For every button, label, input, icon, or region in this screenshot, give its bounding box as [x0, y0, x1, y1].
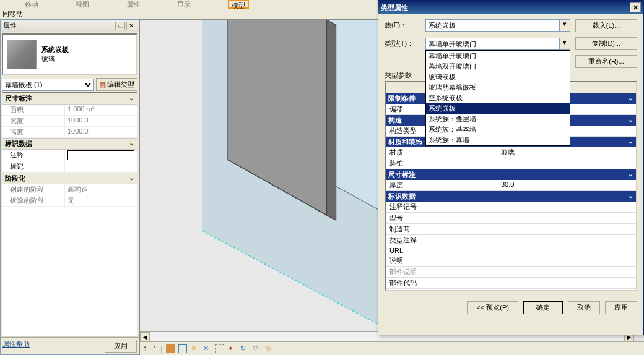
menu-item[interactable]: 显示 [177, 0, 191, 9]
dropdown-option[interactable]: 系统族：幕墙 [426, 135, 570, 145]
toolbar-sep: | [160, 345, 162, 353]
crop2-icon[interactable]: ✦ [228, 344, 237, 353]
refresh-icon[interactable]: ↻ [240, 344, 249, 353]
svg-marker-8 [327, 20, 336, 220]
type-dropdown-list[interactable]: 幕墙单开玻璃门幕墙双开玻璃门玻璃嵌板玻璃肋幕墙嵌板空系统嵌板系统嵌板系统族：叠层… [425, 50, 570, 146]
collapse-icon: ⌄ [628, 137, 633, 147]
pin-icon[interactable]: ▭ [115, 22, 125, 30]
menu-item-active[interactable]: 模型 [228, 0, 249, 9]
cat-identity[interactable]: 标识数据⌄ [386, 191, 636, 202]
edit-type-button[interactable]: ▦编辑类型 [96, 78, 137, 91]
dropdown-option[interactable]: 系统族：基本墙 [426, 124, 570, 135]
chevron-down-icon: ▾ [559, 20, 570, 31]
collapse-icon: ⌄ [628, 170, 633, 179]
cat-dim[interactable]: 尺寸标注⌄ [386, 169, 636, 180]
collapse-icon: ⌄ [129, 94, 134, 103]
dropdown-option[interactable]: 系统嵌板 [426, 103, 570, 114]
section-phase[interactable]: 阶段化⌄ [2, 173, 137, 184]
dialog-title-bar[interactable]: 类型属性 ✕ [378, 1, 643, 14]
dropdown-option[interactable]: 幕墙单开玻璃门 [426, 51, 570, 61]
collapse-icon: ⌄ [628, 116, 633, 125]
target-icon[interactable]: ◎ [265, 344, 274, 353]
box-icon[interactable] [178, 344, 187, 353]
apply-button[interactable]: 应用 [105, 340, 137, 353]
section-id[interactable]: 标识数据⌄ [2, 138, 137, 150]
ok-button[interactable]: 确定 [523, 301, 563, 314]
type-label: 类型(T)： [385, 38, 422, 48]
collapse-icon: ⌄ [628, 94, 633, 103]
instance-selector[interactable]: 幕墙嵌板 (1) [2, 79, 94, 91]
close-icon[interactable]: ✕ [630, 2, 641, 12]
collapse-icon: ⌄ [628, 192, 633, 201]
dropdown-option[interactable]: 玻璃肋幕墙嵌板 [426, 82, 570, 93]
crop-icon[interactable] [215, 344, 224, 353]
properties-title-bar: 属性 ▭ ✕ [1, 20, 139, 32]
collapse-icon: ⌄ [129, 174, 134, 183]
close-icon[interactable]: ✕ [126, 22, 136, 30]
view-toolbar: 1 : 1 | ☀ ✕ ✦ ↻ ▽ ◎ [140, 341, 644, 355]
dialog-title: 类型属性 [381, 3, 408, 12]
collapse-icon: ⌄ [129, 139, 134, 148]
rename-button[interactable]: 重命名(R)... [575, 55, 637, 68]
cancel-button[interactable]: 取消 [568, 301, 600, 314]
load-button[interactable]: 载入(L)... [575, 19, 637, 32]
family-label: 族(F)： [385, 19, 422, 30]
chevron-down-icon: ▾ [559, 38, 570, 49]
properties-title: 属性 [3, 21, 17, 30]
dropdown-option[interactable]: 幕墙双开玻璃门 [426, 61, 570, 72]
edit-type-icon: ▦ [99, 80, 106, 89]
sun-icon[interactable]: ☀ [191, 344, 199, 353]
type-preview[interactable]: 系统嵌板 玻璃 [2, 33, 137, 75]
family-name: 系统嵌板 [41, 45, 69, 54]
cube-icon[interactable] [166, 344, 175, 353]
dropdown-option[interactable]: 系统族：叠层墙 [426, 114, 570, 124]
type-dropdown[interactable]: 幕墙单开玻璃门▾ 幕墙单开玻璃门幕墙双开玻璃门玻璃嵌板玻璃肋幕墙嵌板空系统嵌板系… [425, 38, 570, 50]
menu-item[interactable]: 视图 [76, 0, 89, 9]
scale-display[interactable]: 1 : 1 [144, 345, 157, 353]
family-dropdown[interactable]: 系统嵌板▾ [425, 19, 570, 32]
dropdown-option[interactable]: 空系统嵌板 [426, 93, 570, 103]
apply-button[interactable]: 应用 [605, 301, 637, 314]
scroll-left-icon[interactable]: ◄ [140, 332, 150, 341]
type-name: 玻璃 [41, 54, 69, 64]
duplicate-button[interactable]: 复制(D)... [575, 37, 637, 50]
comment-input[interactable] [67, 150, 134, 160]
menu-item[interactable]: 属性 [126, 0, 140, 9]
section-dim[interactable]: 尺寸标注⌄ [2, 93, 137, 105]
thumbnail-icon [7, 40, 37, 69]
properties-grid: 尺寸标注⌄ 面积1.000 m² 宽度1000.0 高度1000.0 标识数据⌄… [2, 92, 137, 337]
properties-panel: 属性 ▭ ✕ 系统嵌板 玻璃 幕墙嵌板 (1) ▦编辑类型 尺寸标注⌄ 面积1.… [0, 19, 139, 355]
filter-icon[interactable]: ▽ [253, 344, 261, 353]
help-link[interactable]: 属性帮助 [2, 340, 30, 353]
dropdown-option[interactable]: 玻璃嵌板 [426, 72, 570, 82]
shadow-icon[interactable]: ✕ [203, 344, 212, 353]
type-properties-dialog: 类型属性 ✕ 族(F)： 系统嵌板▾ 类型(T)： 幕墙单开玻璃门▾ 幕墙单开玻… [378, 0, 644, 335]
preview-button[interactable]: << 预览(P) [467, 301, 518, 314]
menu-item[interactable]: 移动 [25, 0, 38, 9]
